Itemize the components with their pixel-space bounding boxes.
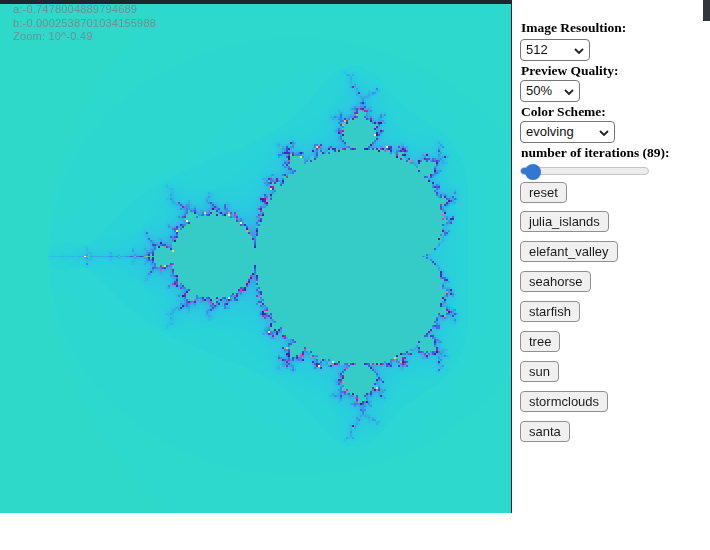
preset-tree-button[interactable]: tree [520, 331, 560, 352]
slider-thumb[interactable] [525, 164, 541, 180]
preset-elefant-valley-button[interactable]: elefant_valley [520, 241, 618, 262]
preview-quality-select-value: 50% [526, 83, 552, 98]
coordinate-b-readout: b:-0.0002538701034155988 [13, 17, 156, 31]
iterations-label: number of iterations (89): [521, 145, 670, 161]
controls-panel: Image Resoultion: 512 Preview Quality: 5… [520, 0, 710, 550]
color-scheme-label: Color Scheme: [521, 104, 606, 120]
chevron-down-icon [564, 89, 574, 95]
window-scrollbar-artifact [703, 0, 710, 21]
zoom-readout: Zoom: 10^-0.49 [13, 30, 156, 44]
resolution-label: Image Resoultion: [521, 20, 626, 36]
preset-julia-islands-button[interactable]: julia_islands [520, 211, 609, 232]
preset-stormclouds-button[interactable]: stormclouds [520, 391, 608, 412]
canvas-top-edge-artifact [0, 0, 512, 4]
preset-sun-button[interactable]: sun [520, 361, 559, 382]
chevron-down-icon [574, 48, 584, 54]
mandelbrot-canvas[interactable] [0, 0, 512, 513]
chevron-down-icon [599, 130, 609, 136]
coordinate-a-readout: a:-0.7478004889794689 [13, 3, 156, 17]
reset-button[interactable]: reset [520, 182, 567, 203]
preset-starfish-button[interactable]: starfish [520, 301, 580, 322]
color-scheme-select-value: evolving [526, 124, 574, 139]
fractal-viewport: a:-0.7478004889794689 b:-0.0002538701034… [0, 0, 512, 513]
coordinates-overlay: a:-0.7478004889794689 b:-0.0002538701034… [13, 3, 156, 44]
preset-santa-button[interactable]: santa [520, 421, 570, 442]
color-scheme-select[interactable]: evolving [520, 121, 615, 143]
preset-seahorse-button[interactable]: seahorse [520, 271, 591, 292]
resolution-select-value: 512 [526, 42, 548, 57]
resolution-select[interactable]: 512 [520, 39, 590, 61]
preview-quality-label: Preview Quality: [521, 63, 619, 79]
canvas-right-edge-artifact [511, 0, 513, 513]
iterations-slider[interactable] [520, 163, 649, 180]
preview-quality-select[interactable]: 50% [520, 80, 580, 102]
